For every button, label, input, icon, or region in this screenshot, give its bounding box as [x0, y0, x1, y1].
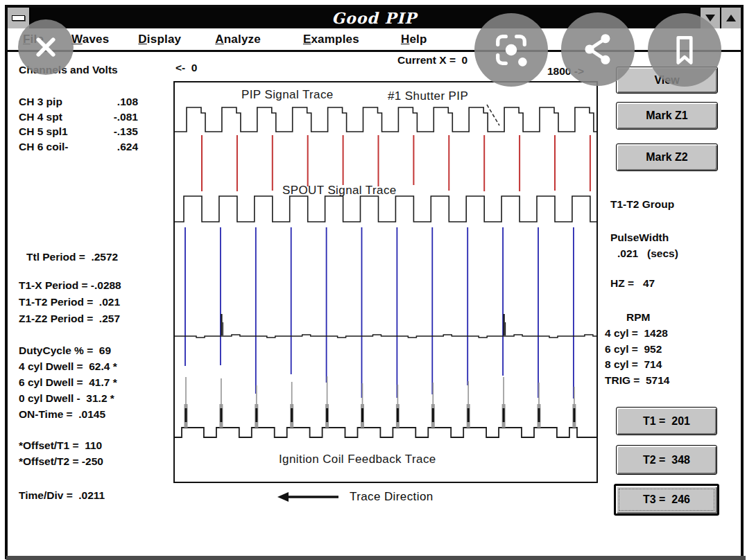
channel-label: CH 6 coil- [19, 141, 68, 153]
channel-volts-value: .108 [117, 96, 138, 108]
rpm-row: 6 cyl = 952 [605, 343, 662, 356]
t2-button[interactable]: T2 = 348 [616, 445, 717, 475]
lens-overlay-button[interactable] [474, 13, 548, 87]
x-axis-left-label: <- 0 [175, 62, 197, 74]
ttl-period-readout: Ttl Period = .2572 [26, 251, 118, 263]
menu-item-analyze[interactable]: Analyze [215, 33, 261, 46]
channel-volts-value: -.135 [114, 125, 138, 138]
scope-canvas[interactable]: PIP Signal Trace #1 Shutter PIP SPOUT Si… [173, 81, 598, 483]
window-title: Good PIP [8, 9, 741, 27]
screen: Good PIP FileWavesDisplayAnalyzeExamples… [0, 0, 747, 560]
close-overlay-button[interactable] [18, 19, 74, 75]
time-div-readout: Time/Div = .0211 [19, 489, 105, 502]
shutter-pip-label: #1 Shutter PIP [388, 89, 468, 103]
window-bottom-shadow [6, 556, 746, 560]
left-arrow-icon [276, 491, 340, 502]
title-bar: Good PIP [8, 8, 741, 28]
channel-label: CH 5 spl1 [19, 125, 68, 138]
bookmark-overlay-button[interactable] [648, 13, 721, 87]
menu-item-examples[interactable]: Examples [303, 33, 359, 46]
rpm-row: 8 cyl = 714 [605, 358, 662, 371]
t1t2-group-title: T1-T2 Group [610, 198, 674, 211]
share-icon [581, 33, 615, 66]
mark-z1-button[interactable]: Mark Z1 [616, 102, 718, 130]
channel-volts-value: -.081 [114, 111, 138, 123]
dwell-6cyl-readout: 6 cyl Dwell = 41.7 * [19, 376, 117, 389]
menu-item-display[interactable]: Display [138, 33, 181, 46]
channel-label: CH 4 spt [19, 111, 62, 123]
close-icon [30, 31, 62, 63]
pulse-width-label: PulseWidth [610, 231, 669, 244]
offset-t2-readout: *Offset/T2 = -250 [19, 455, 103, 468]
menu-item-waves[interactable]: Waves [71, 33, 109, 46]
z1z2-period-readout: Z1-Z2 Period = .257 [19, 313, 120, 325]
lens-icon [492, 31, 530, 69]
pip-trace-label: PIP Signal Trace [241, 88, 334, 102]
dwell-0cyl-readout: 0 cyl Dwell - 31.2 * [19, 392, 114, 405]
t1t2-period-readout: T1-T2 Period = .021 [19, 296, 120, 308]
dwell-4cyl-readout: 4 cyl Dwell = 62.4 * [19, 360, 117, 373]
t1-button[interactable]: T1 = 201 [616, 407, 717, 435]
trace-direction-annotation: Trace Direction [276, 490, 433, 504]
current-x-readout: Current X = 0 [397, 54, 467, 67]
trace-direction-label: Trace Direction [350, 490, 433, 504]
waveform-svg [175, 82, 596, 482]
offset-t1-readout: *Offset/T1 = 110 [19, 439, 102, 452]
channel-row: CH 3 pip.108 [19, 96, 138, 108]
menu-item-help[interactable]: Help [401, 33, 427, 46]
duty-cycle-readout: DutyCycle % = 69 [19, 344, 111, 357]
rpm-row: 4 cyl = 1428 [605, 327, 668, 340]
hz-readout: HZ = 47 [610, 277, 655, 290]
channel-row: CH 5 spl1-.135 [19, 125, 138, 138]
rpm-row: TRIG = 5714 [605, 374, 669, 387]
share-overlay-button[interactable] [561, 12, 635, 86]
pulse-width-value: .021 (secs) [617, 247, 678, 260]
channel-row: CH 4 spt-.081 [19, 111, 138, 123]
channel-label: CH 3 pip [19, 96, 62, 108]
on-time-readout: ON-Time = .0145 [19, 408, 105, 421]
coil-trace-label: Ignition Coil Feedback Trace [279, 453, 436, 466]
rpm-title: RPM [626, 311, 650, 324]
t1x-period-readout: T1-X Period = -.0288 [19, 279, 121, 292]
channel-volts-value: .624 [117, 141, 138, 153]
mark-z2-button[interactable]: Mark Z2 [616, 143, 718, 171]
bookmark-icon [667, 32, 703, 68]
t3-button-label: T3 = 246 [643, 493, 690, 506]
spout-trace-label: SPOUT Signal Trace [282, 184, 397, 198]
channel-row: CH 6 coil-.624 [19, 141, 138, 153]
t3-button[interactable]: T3 = 246 [614, 484, 719, 516]
